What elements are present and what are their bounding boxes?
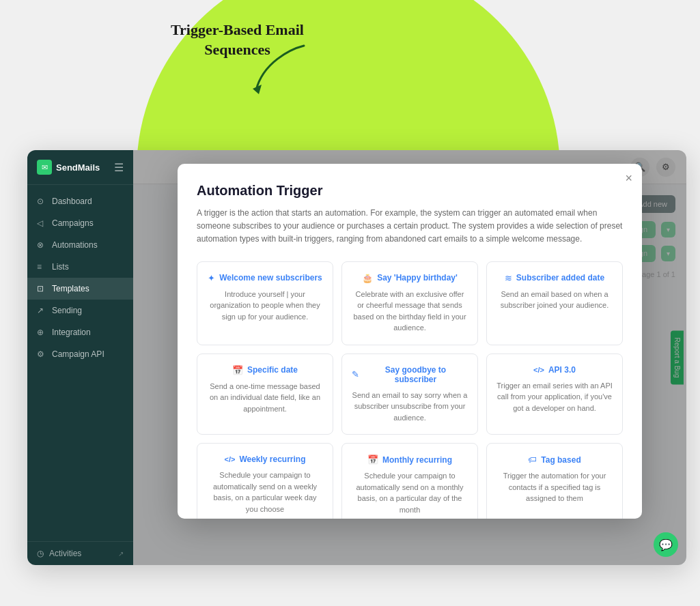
trigger-card-weekly-header: </> Weekly recurring [207,454,323,464]
trigger-card-monthly-header: 📅 Monthly recurring [352,454,468,465]
birthday-title: Say 'Happy birthday' [377,273,458,283]
goodbye-icon: ✎ [352,369,359,379]
sidebar-item-lists[interactable]: ≡ Lists [27,256,133,278]
trigger-card-goodbye-header: ✎ Say goodbye to subscriber [352,365,468,384]
birthday-desc: Celebrate with an exclusive offer or che… [352,289,468,334]
lists-icon: ≡ [37,262,46,272]
birthday-icon: 🎂 [362,273,373,283]
main-content: 🔍 ⚙ + Add new ◀ Design ▾ ◀ Design ▾ Page… [133,150,686,565]
goodbye-desc: Send an email to say sorry when a subscr… [352,390,468,424]
trigger-card-tag[interactable]: 🏷 Tag based Trigger the automation for y… [486,443,623,519]
app-container: ✉ SendMails ☰ ⊙ Dashboard ◁ Campaigns ⊗ … [27,150,686,565]
activities-icon: ◷ [37,549,44,558]
api-title: API 3.0 [548,365,576,375]
sidebar: ✉ SendMails ☰ ⊙ Dashboard ◁ Campaigns ⊗ … [27,150,133,565]
subscriber-date-title: Subscriber added date [516,273,604,283]
api-desc: Trigger an email series with an API call… [496,380,613,414]
weekly-icon: </> [224,455,235,463]
trigger-card-welcome[interactable]: ✦ Welcome new subscribers Introduce your… [197,261,333,345]
subscriber-date-icon: ≋ [505,273,512,283]
trigger-card-tag-header: 🏷 Tag based [496,454,613,465]
logo-text: SendMails [56,162,100,173]
api-icon: </> [533,366,544,374]
monthly-icon: 📅 [367,454,378,465]
trigger-card-api-header: </> API 3.0 [496,365,613,375]
subscriber-date-desc: Send an email based on when a subscriber… [496,289,613,311]
sidebar-item-campaign-api[interactable]: ⚙ Campaign API [27,343,133,365]
tag-desc: Trigger the automation for your contacts… [496,470,613,504]
trigger-card-subscriber-date-header: ≋ Subscriber added date [496,273,613,283]
automations-icon: ⊗ [37,240,46,250]
trigger-card-welcome-header: ✦ Welcome new subscribers [207,273,323,283]
goodbye-title: Say goodbye to subscriber [363,365,468,384]
campaigns-icon: ◁ [37,218,46,228]
sidebar-item-dashboard[interactable]: ⊙ Dashboard [27,190,133,212]
trigger-card-monthly[interactable]: 📅 Monthly recurring Schedule your campai… [341,443,478,519]
campaign-api-icon: ⚙ [37,349,46,359]
trigger-card-goodbye[interactable]: ✎ Say goodbye to subscriber Send an emai… [341,354,478,435]
sidebar-item-campaigns[interactable]: ◁ Campaigns [27,212,133,234]
trigger-card-weekly[interactable]: </> Weekly recurring Schedule your campa… [197,443,333,519]
dashboard-icon: ⊙ [37,197,46,206]
modal-close-button[interactable]: × [625,172,632,184]
tag-icon: 🏷 [528,454,537,465]
trigger-card-birthday-header: 🎂 Say 'Happy birthday' [352,273,468,283]
specific-date-title: Specific date [247,365,298,375]
sidebar-item-integration[interactable]: ⊕ Integration [27,321,133,343]
integration-icon: ⊕ [37,328,46,337]
trigger-card-api[interactable]: </> API 3.0 Trigger an email series with… [486,354,623,435]
specific-date-icon: 📅 [232,365,243,375]
annotation-text: Trigger-Based Email Sequences [171,20,304,59]
monthly-desc: Schedule your campaign to automatically … [352,470,468,515]
trigger-grid: ✦ Welcome new subscribers Introduce your… [197,261,623,519]
activities-item[interactable]: ◷ Activities ↗ [37,549,124,558]
trigger-card-specific-date-header: 📅 Specific date [207,365,323,375]
automation-trigger-modal: × Automation Trigger A trigger is the ac… [178,164,642,519]
sidebar-navigation: ⊙ Dashboard ◁ Campaigns ⊗ Automations ≡ … [27,185,133,541]
modal-description: A trigger is the action that starts an a… [197,207,623,246]
sidebar-bottom: ◷ Activities ↗ [27,541,133,565]
sidebar-item-automations[interactable]: ⊗ Automations [27,234,133,256]
welcome-title: Welcome new subscribers [219,273,322,283]
modal-overlay[interactable]: × Automation Trigger A trigger is the ac… [133,150,686,565]
welcome-desc: Introduce yourself | your organization t… [207,289,323,323]
trigger-card-subscriber-date[interactable]: ≋ Subscriber added date Send an email ba… [486,261,623,345]
templates-icon: ⊡ [37,284,46,293]
sidebar-item-sending[interactable]: ↗ Sending [27,300,133,321]
modal-title: Automation Trigger [197,183,623,199]
weekly-desc: Schedule your campaign to automatically … [207,470,323,515]
trigger-card-specific-date[interactable]: 📅 Specific date Send a one-time message … [197,354,333,435]
sidebar-toggle[interactable]: ☰ [114,161,124,174]
tag-title: Tag based [541,455,580,465]
specific-date-desc: Send a one-time message based on an indi… [207,381,323,415]
welcome-icon: ✦ [208,273,215,283]
sidebar-item-templates[interactable]: ⊡ Templates [27,278,133,300]
weekly-title: Weekly recurring [239,454,305,464]
monthly-title: Monthly recurring [382,455,452,465]
sending-icon: ↗ [37,306,46,315]
sidebar-logo: ✉ SendMails ☰ [27,150,133,185]
chat-bubble[interactable]: 💬 [654,532,678,557]
logo-icon: ✉ [37,160,52,175]
annotation-arrow [249,42,311,97]
activities-external-icon: ↗ [118,550,124,558]
trigger-card-birthday[interactable]: 🎂 Say 'Happy birthday' Celebrate with an… [341,261,478,345]
